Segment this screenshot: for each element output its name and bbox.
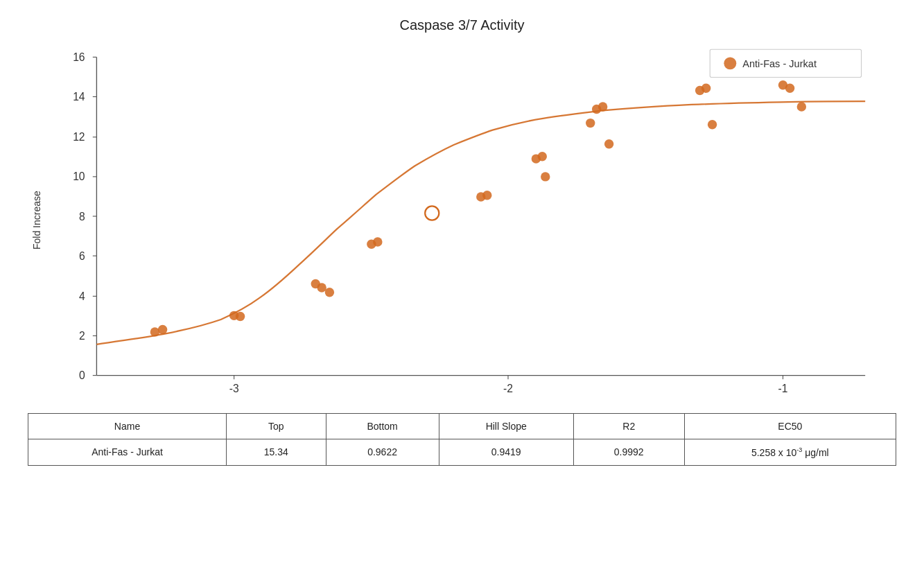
svg-text:0: 0 <box>79 369 85 381</box>
svg-text:12: 12 <box>73 131 85 143</box>
col-header-name: Name <box>28 414 227 439</box>
svg-point-44 <box>604 139 613 148</box>
svg-point-39 <box>538 152 547 161</box>
svg-text:16: 16 <box>73 51 85 63</box>
svg-point-53 <box>724 57 736 69</box>
col-header-bottom: Bottom <box>326 414 439 439</box>
col-header-r2: R2 <box>573 414 684 439</box>
svg-point-34 <box>373 237 382 246</box>
page-container: Caspase 3/7 Activity Fold Increase 0 <box>0 0 924 585</box>
results-table: Name Top Bottom Hill Slope R2 EC50 Anti-… <box>28 413 896 466</box>
col-header-ec50: EC50 <box>684 414 896 439</box>
svg-text:10: 10 <box>73 171 85 182</box>
svg-text:-1: -1 <box>778 383 788 394</box>
svg-text:2: 2 <box>79 330 85 342</box>
col-header-top: Top <box>227 414 326 439</box>
cell-name: Anti-Fas - Jurkat <box>28 439 227 466</box>
svg-point-35 <box>425 206 439 220</box>
svg-point-40 <box>541 172 550 181</box>
svg-point-37 <box>482 191 491 200</box>
chart-inner: 0 2 4 6 8 10 <box>42 40 896 401</box>
cell-ec50: 5.258 x 10-3 μg/ml <box>684 439 896 466</box>
y-axis-label: Fold Increase <box>28 40 42 401</box>
svg-text:14: 14 <box>73 91 85 103</box>
svg-point-31 <box>317 283 326 292</box>
svg-point-27 <box>158 325 167 334</box>
svg-text:-2: -2 <box>503 383 513 394</box>
svg-point-43 <box>598 102 607 111</box>
svg-text:4: 4 <box>79 290 85 302</box>
cell-r2: 0.9992 <box>573 439 684 466</box>
col-header-hill-slope: Hill Slope <box>439 414 573 439</box>
svg-text:Anti-Fas - Jurkat: Anti-Fas - Jurkat <box>742 58 817 69</box>
svg-text:-3: -3 <box>229 383 239 394</box>
chart-svg: 0 2 4 6 8 10 <box>42 40 896 416</box>
cell-bottom: 0.9622 <box>326 439 439 466</box>
chart-area: Fold Increase 0 <box>28 40 896 401</box>
svg-point-51 <box>797 102 806 111</box>
svg-point-49 <box>785 83 794 92</box>
svg-point-47 <box>708 120 717 129</box>
svg-point-41 <box>586 119 595 128</box>
cell-top: 15.34 <box>227 439 326 466</box>
svg-container: 0 2 4 6 8 10 <box>42 40 896 416</box>
svg-point-46 <box>701 83 711 92</box>
svg-point-32 <box>325 288 334 297</box>
svg-point-29 <box>236 312 245 321</box>
table-section: Name Top Bottom Hill Slope R2 EC50 Anti-… <box>28 413 896 466</box>
svg-text:6: 6 <box>79 250 85 262</box>
chart-title: Caspase 3/7 Activity <box>399 17 524 33</box>
svg-text:8: 8 <box>79 211 85 222</box>
cell-hill-slope: 0.9419 <box>439 439 573 466</box>
table-row: Anti-Fas - Jurkat 15.34 0.9622 0.9419 0.… <box>28 439 896 466</box>
table-header-row: Name Top Bottom Hill Slope R2 EC50 <box>28 414 896 439</box>
